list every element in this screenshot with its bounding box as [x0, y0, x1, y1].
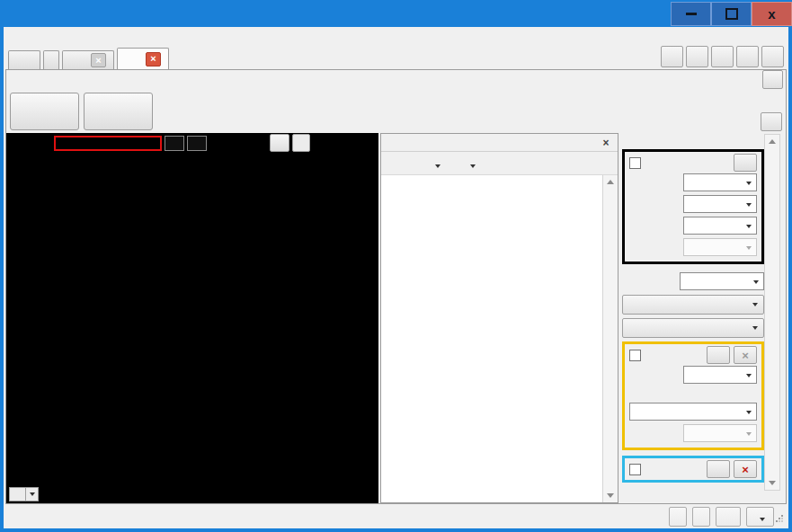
- app-window: x × ×: [0, 0, 792, 532]
- units-select[interactable]: [683, 173, 757, 191]
- gear-icon: [712, 463, 725, 476]
- cursor-tool-icon[interactable]: [216, 136, 231, 150]
- reference-select: [683, 238, 757, 256]
- run-icon: [665, 50, 679, 64]
- add-measurement-button[interactable]: [385, 155, 409, 171]
- scroll-down-icon[interactable]: [766, 476, 779, 490]
- zoom-tool-icon[interactable]: [252, 136, 267, 150]
- magnitude-checkbox[interactable]: [629, 157, 641, 169]
- single-button[interactable]: [10, 93, 79, 130]
- trace2-checkbox[interactable]: [629, 464, 641, 475]
- channel-select[interactable]: [683, 366, 757, 384]
- trace2-delete-button[interactable]: ×: [734, 460, 757, 478]
- split-view-button[interactable]: [736, 46, 759, 67]
- main-content: ×: [6, 133, 786, 503]
- type-select[interactable]: [629, 403, 757, 421]
- run-icon: [104, 101, 126, 122]
- chevron-down-icon[interactable]: [435, 164, 440, 168]
- y-axis-ticks: [6, 152, 57, 485]
- undock-button[interactable]: [762, 70, 783, 89]
- options-icon: [451, 157, 463, 169]
- chevron-down-icon: [760, 518, 765, 521]
- plot-stop-button[interactable]: [54, 136, 162, 151]
- cascade-icon: [716, 50, 729, 64]
- close-tab-icon[interactable]: ×: [146, 52, 161, 66]
- magnitude-group: [622, 149, 764, 264]
- top-select[interactable]: [683, 195, 757, 213]
- trace1-gear-button[interactable]: [707, 346, 730, 364]
- remove-measurement-button[interactable]: [411, 157, 445, 170]
- trace2-toggle[interactable]: [187, 136, 207, 151]
- plus-icon: [685, 323, 697, 334]
- trace1-toggle[interactable]: [165, 136, 184, 151]
- client-area: × ×: [4, 27, 788, 528]
- settings-panel: ×: [618, 133, 791, 503]
- chevron-down-icon: [752, 303, 758, 306]
- x-axis-ticks: [57, 485, 375, 503]
- gear-icon: [273, 137, 287, 150]
- resize-grip[interactable]: [776, 515, 783, 522]
- manual-trigger-button[interactable]: [669, 507, 687, 527]
- maximize-icon: [725, 8, 738, 20]
- trace1-checkbox[interactable]: [629, 350, 641, 361]
- acquisition-toolbar: [6, 89, 786, 133]
- tab-scope-1[interactable]: ×: [62, 50, 114, 69]
- magnitude-gear-button[interactable]: [734, 154, 757, 172]
- move-up-icon[interactable]: [765, 92, 778, 108]
- channel-options-button[interactable]: [622, 295, 764, 315]
- plot-settings-button[interactable]: [270, 134, 289, 152]
- count-select: [683, 424, 757, 442]
- chevron-down-icon: [26, 487, 39, 501]
- split-icon: [741, 50, 754, 64]
- scroll-up-icon[interactable]: [604, 175, 617, 189]
- trace1-group: ×: [622, 341, 764, 450]
- range-select[interactable]: [680, 272, 764, 290]
- green-arrow-icon: [624, 135, 639, 146]
- float-panel-icon[interactable]: [584, 137, 599, 149]
- add-instrument-icon[interactable]: [21, 55, 32, 66]
- spectrum-plot-panel: [6, 133, 378, 503]
- maximize-button[interactable]: [711, 2, 752, 26]
- toolbar-gear-button[interactable]: [761, 112, 782, 131]
- minimize-button[interactable]: [671, 2, 711, 26]
- scroll-up-icon[interactable]: [766, 135, 779, 148]
- close-panel-icon[interactable]: ×: [599, 137, 613, 149]
- status-dropdown[interactable]: [746, 507, 774, 527]
- trace2-gear-button[interactable]: [707, 460, 730, 478]
- run-button[interactable]: [84, 93, 153, 130]
- global-stop-button[interactable]: [686, 46, 708, 67]
- x-axis-button[interactable]: [9, 487, 39, 501]
- measurements-scrollbar[interactable]: [602, 175, 618, 502]
- tab-welcome[interactable]: [8, 50, 40, 69]
- workspace-settings-button[interactable]: [761, 46, 784, 67]
- scroll-down-icon[interactable]: [604, 489, 617, 502]
- plus-icon: [389, 157, 401, 169]
- gear-icon: [712, 349, 725, 362]
- close-icon: x: [768, 7, 775, 21]
- single-icon: [31, 101, 52, 122]
- bottom-select[interactable]: [683, 217, 757, 235]
- spectrum-svg: [57, 152, 375, 485]
- close-tab-icon[interactable]: ×: [91, 53, 106, 67]
- cascade-windows-button[interactable]: [711, 46, 734, 67]
- play-icon: [125, 53, 137, 65]
- tab-spectrum-1[interactable]: ×: [117, 48, 169, 69]
- chevron-down-icon[interactable]: [470, 164, 476, 168]
- device-button[interactable]: [692, 507, 710, 527]
- gear-icon: [766, 50, 779, 64]
- marker-tool-icon[interactable]: [234, 136, 249, 150]
- spectrum-chart[interactable]: [57, 152, 375, 485]
- tab-help[interactable]: [43, 50, 59, 69]
- instrument-menubar: [6, 70, 786, 89]
- device-icon-button[interactable]: [716, 507, 741, 527]
- close-button[interactable]: x: [752, 2, 792, 26]
- settings-scrollbar[interactable]: [764, 134, 780, 491]
- delete-icon: ×: [742, 464, 749, 475]
- gear-icon: [739, 156, 752, 170]
- trace1-delete-button[interactable]: ×: [734, 346, 757, 364]
- y-axis-button[interactable]: [292, 134, 310, 152]
- global-run-button[interactable]: [661, 46, 683, 67]
- measurement-options-button[interactable]: [447, 155, 480, 171]
- tabbar: × ×: [4, 47, 788, 69]
- add-trace-button[interactable]: [622, 318, 764, 338]
